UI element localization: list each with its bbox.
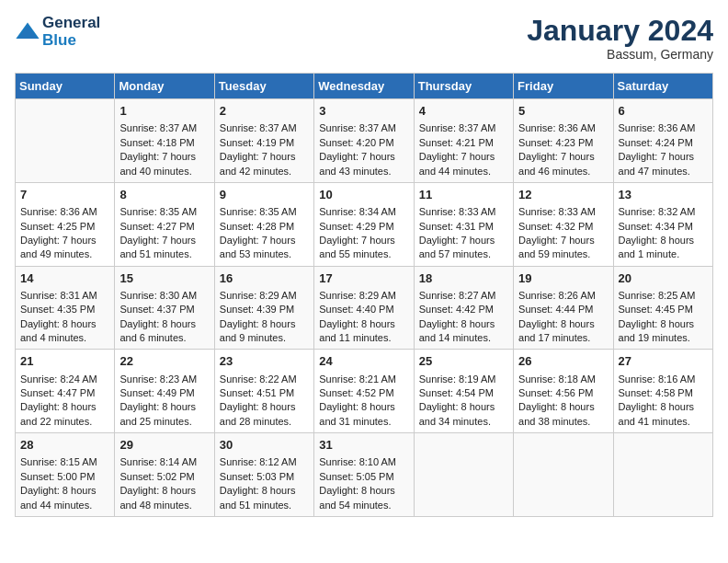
sunrise-text: Sunrise: 8:35 AM — [220, 205, 309, 219]
day-number: 8 — [119, 187, 209, 203]
sunrise-text: Sunrise: 8:33 AM — [518, 205, 608, 219]
day-number: 2 — [220, 103, 309, 120]
calendar-cell: 13Sunrise: 8:32 AMSunset: 4:34 PMDayligh… — [613, 182, 712, 266]
daylight-text: Daylight: 7 hours and 57 minutes. — [419, 234, 508, 262]
sunset-text: Sunset: 4:40 PM — [319, 303, 408, 316]
sunset-text: Sunset: 4:21 PM — [419, 136, 508, 150]
sunset-text: Sunset: 4:42 PM — [419, 303, 508, 316]
sunrise-text: Sunrise: 8:37 AM — [319, 121, 408, 135]
daylight-text: Daylight: 8 hours and 51 minutes. — [220, 484, 309, 512]
daylight-text: Daylight: 8 hours and 28 minutes. — [220, 400, 309, 429]
sunrise-text: Sunrise: 8:29 AM — [319, 289, 408, 303]
sunrise-text: Sunrise: 8:30 AM — [119, 289, 209, 303]
daylight-text: Daylight: 8 hours and 14 minutes. — [419, 317, 508, 346]
sunrise-text: Sunrise: 8:21 AM — [319, 373, 408, 386]
calendar-cell: 21Sunrise: 8:24 AMSunset: 4:47 PMDayligh… — [16, 350, 115, 433]
sunrise-text: Sunrise: 8:23 AM — [119, 373, 209, 386]
calendar-body: 1Sunrise: 8:37 AMSunset: 4:18 PMDaylight… — [16, 99, 713, 517]
sunrise-text: Sunrise: 8:26 AM — [518, 289, 608, 303]
sunset-text: Sunset: 4:18 PM — [119, 136, 209, 150]
day-number: 31 — [319, 437, 408, 454]
sunset-text: Sunset: 4:45 PM — [619, 303, 708, 316]
page-header: General Blue January 2024 Bassum, German… — [15, 15, 713, 62]
calendar-cell: 29Sunrise: 8:14 AMSunset: 5:02 PMDayligh… — [115, 433, 214, 517]
weekday-header-saturday: Saturday — [613, 74, 712, 99]
sunset-text: Sunset: 4:20 PM — [319, 136, 408, 150]
sunrise-text: Sunrise: 8:18 AM — [518, 373, 608, 386]
sunrise-text: Sunrise: 8:24 AM — [20, 373, 109, 386]
day-number: 20 — [619, 270, 708, 287]
sunrise-text: Sunrise: 8:31 AM — [20, 289, 109, 303]
daylight-text: Daylight: 7 hours and 42 minutes. — [220, 150, 309, 178]
calendar-cell: 6Sunrise: 8:36 AMSunset: 4:24 PMDaylight… — [613, 99, 712, 183]
sunrise-text: Sunrise: 8:37 AM — [220, 121, 309, 135]
day-number: 4 — [419, 103, 508, 120]
calendar-cell: 28Sunrise: 8:15 AMSunset: 5:00 PMDayligh… — [16, 433, 115, 517]
logo-text-line1: General — [42, 15, 100, 32]
sunset-text: Sunset: 4:58 PM — [619, 386, 708, 400]
calendar-cell: 20Sunrise: 8:25 AMSunset: 4:45 PMDayligh… — [613, 266, 712, 350]
sunrise-text: Sunrise: 8:36 AM — [619, 121, 708, 135]
calendar-cell — [613, 433, 712, 517]
daylight-text: Daylight: 8 hours and 48 minutes. — [119, 484, 209, 512]
calendar-week-3: 14Sunrise: 8:31 AMSunset: 4:35 PMDayligh… — [16, 266, 713, 350]
daylight-text: Daylight: 8 hours and 1 minute. — [619, 234, 708, 262]
calendar-cell: 23Sunrise: 8:22 AMSunset: 4:51 PMDayligh… — [214, 350, 313, 433]
sunset-text: Sunset: 4:29 PM — [319, 220, 408, 234]
sunrise-text: Sunrise: 8:15 AM — [20, 455, 109, 469]
day-number: 23 — [220, 353, 309, 370]
sunrise-text: Sunrise: 8:35 AM — [119, 205, 209, 219]
sunset-text: Sunset: 4:51 PM — [220, 386, 309, 400]
weekday-header-sunday: Sunday — [16, 74, 115, 99]
day-number: 30 — [220, 437, 309, 454]
calendar-cell: 14Sunrise: 8:31 AMSunset: 4:35 PMDayligh… — [16, 266, 115, 350]
sunset-text: Sunset: 5:05 PM — [319, 470, 408, 484]
sunset-text: Sunset: 4:34 PM — [619, 220, 708, 234]
day-number: 18 — [419, 270, 508, 287]
sunrise-text: Sunrise: 8:27 AM — [419, 289, 508, 303]
calendar-cell: 1Sunrise: 8:37 AMSunset: 4:18 PMDaylight… — [115, 99, 214, 183]
sunrise-text: Sunrise: 8:19 AM — [419, 373, 508, 386]
daylight-text: Daylight: 8 hours and 11 minutes. — [319, 317, 408, 346]
daylight-text: Daylight: 8 hours and 6 minutes. — [119, 317, 209, 346]
day-number: 19 — [518, 270, 608, 287]
day-number: 15 — [119, 270, 209, 287]
calendar-cell: 30Sunrise: 8:12 AMSunset: 5:03 PMDayligh… — [214, 433, 313, 517]
sunset-text: Sunset: 5:03 PM — [220, 470, 309, 484]
daylight-text: Daylight: 8 hours and 41 minutes. — [619, 400, 708, 429]
logo: General Blue — [15, 15, 100, 49]
weekday-header-monday: Monday — [115, 74, 214, 99]
month-title: January 2024 — [527, 15, 713, 47]
sunrise-text: Sunrise: 8:25 AM — [619, 289, 708, 303]
sunset-text: Sunset: 4:23 PM — [518, 136, 608, 150]
calendar-cell: 5Sunrise: 8:36 AMSunset: 4:23 PMDaylight… — [514, 99, 613, 183]
day-number: 16 — [220, 270, 309, 287]
daylight-text: Daylight: 7 hours and 51 minutes. — [119, 234, 209, 262]
calendar-table: SundayMondayTuesdayWednesdayThursdayFrid… — [15, 73, 713, 517]
sunrise-text: Sunrise: 8:10 AM — [319, 455, 408, 469]
daylight-text: Daylight: 7 hours and 53 minutes. — [220, 234, 309, 262]
day-number: 28 — [20, 437, 109, 454]
calendar-week-2: 7Sunrise: 8:36 AMSunset: 4:25 PMDaylight… — [16, 182, 713, 266]
weekday-header-row: SundayMondayTuesdayWednesdayThursdayFrid… — [16, 74, 713, 99]
calendar-cell: 24Sunrise: 8:21 AMSunset: 4:52 PMDayligh… — [314, 350, 414, 433]
sunset-text: Sunset: 4:47 PM — [20, 386, 109, 400]
sunset-text: Sunset: 4:25 PM — [20, 220, 109, 234]
day-number: 11 — [419, 187, 508, 203]
day-number: 22 — [119, 353, 209, 370]
sunrise-text: Sunrise: 8:36 AM — [518, 121, 608, 135]
daylight-text: Daylight: 7 hours and 40 minutes. — [119, 150, 209, 178]
day-number: 24 — [319, 353, 408, 370]
calendar-cell — [16, 99, 115, 183]
calendar-cell: 15Sunrise: 8:30 AMSunset: 4:37 PMDayligh… — [115, 266, 214, 350]
sunrise-text: Sunrise: 8:12 AM — [220, 455, 309, 469]
calendar-header: SundayMondayTuesdayWednesdayThursdayFrid… — [16, 74, 713, 99]
daylight-text: Daylight: 8 hours and 4 minutes. — [20, 317, 109, 346]
daylight-text: Daylight: 7 hours and 59 minutes. — [518, 234, 608, 262]
sunset-text: Sunset: 4:56 PM — [518, 386, 608, 400]
sunrise-text: Sunrise: 8:29 AM — [220, 289, 309, 303]
daylight-text: Daylight: 8 hours and 31 minutes. — [319, 400, 408, 429]
day-number: 1 — [119, 103, 209, 120]
sunrise-text: Sunrise: 8:32 AM — [619, 205, 708, 219]
day-number: 12 — [518, 187, 608, 203]
